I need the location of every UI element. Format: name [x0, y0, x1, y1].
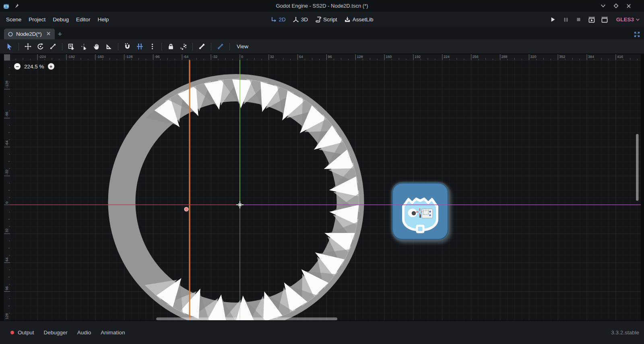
lock-icon[interactable]	[165, 41, 176, 52]
engine-version: 3.3.2.stable	[611, 330, 639, 336]
bottom-tab-audio[interactable]: Audio	[73, 328, 95, 338]
godot-logo-icon	[2, 2, 10, 10]
vertical-ruler: -128-96-64-320326496128	[4, 60, 10, 320]
play-scene-button[interactable]	[587, 15, 596, 24]
zoom-out-button[interactable]: −	[14, 63, 21, 70]
2d-editor-viewport: -224-192-160-128-96-64-32032649612816019…	[0, 54, 644, 321]
svg-text:-32: -32	[5, 169, 9, 175]
window-close-icon[interactable]	[625, 3, 632, 9]
spatial-3d-icon	[293, 16, 299, 23]
svg-text:352: 352	[559, 55, 565, 59]
svg-text:-64: -64	[183, 55, 188, 59]
godot-icon-sprite	[392, 183, 448, 239]
group-icon[interactable]	[178, 41, 189, 52]
bottom-tab-output[interactable]: Output	[17, 328, 38, 338]
zoom-level[interactable]: 224.5 %	[24, 64, 44, 70]
output-error-dot-icon	[10, 331, 14, 334]
node2d-circle-icon	[8, 31, 13, 37]
svg-text:384: 384	[588, 55, 594, 59]
svg-text:288: 288	[502, 55, 508, 59]
snap-options-icon[interactable]	[147, 41, 158, 52]
svg-text:-128: -128	[5, 81, 9, 88]
menu-debug[interactable]: Debug	[49, 14, 72, 25]
bone-icon[interactable]	[196, 41, 207, 52]
window-maximize-diamond-icon[interactable]	[613, 3, 619, 9]
title-bar: Godot Engine - SS2D - Node2D.tscn (*)	[0, 0, 644, 12]
svg-text:160: 160	[386, 55, 392, 59]
ruler-tool-icon[interactable]	[103, 41, 114, 52]
bottom-tab-debugger[interactable]: Debugger	[40, 328, 72, 338]
mode-script-button[interactable]: Script	[312, 14, 340, 25]
scene-tab-label: Node2D(*)	[16, 31, 42, 37]
scene-tab-bar: Node2D(*) +	[0, 27, 644, 39]
origin-gizmo	[236, 201, 244, 208]
window-title: Godot Engine - SS2D - Node2D.tscn (*)	[0, 3, 644, 9]
play-button[interactable]	[549, 15, 557, 24]
stop-button[interactable]	[574, 15, 583, 24]
chevron-down-icon	[636, 17, 640, 22]
scene-tab-node2d[interactable]: Node2D(*)	[4, 29, 55, 39]
svg-text:96: 96	[5, 286, 9, 290]
ruler-corner	[4, 54, 10, 60]
ik-bone-icon[interactable]	[215, 41, 226, 52]
scale-tool-icon[interactable]	[47, 41, 58, 52]
svg-text:-96: -96	[155, 55, 160, 59]
h-scrollbar-thumb	[156, 317, 337, 320]
svg-text:-224: -224	[39, 55, 46, 59]
svg-text:-128: -128	[126, 55, 133, 59]
svg-text:0: 0	[5, 202, 9, 204]
svg-text:256: 256	[473, 55, 479, 59]
svg-text:416: 416	[617, 55, 623, 59]
mode-3d-button[interactable]: 3D	[290, 14, 311, 25]
menu-help[interactable]: Help	[94, 14, 112, 25]
svg-text:128: 128	[5, 313, 9, 319]
asset-download-icon	[345, 16, 351, 23]
svg-text:64: 64	[5, 257, 9, 262]
svg-text:-192: -192	[68, 55, 75, 59]
svg-text:128: 128	[357, 55, 363, 59]
grid-snap-icon[interactable]	[134, 41, 145, 52]
smart-snap-icon[interactable]	[122, 41, 133, 52]
menu-scene[interactable]: Scene	[2, 14, 25, 25]
view-menu[interactable]: View	[233, 43, 252, 49]
svg-text:-64: -64	[5, 140, 9, 146]
shape-point-handle	[184, 207, 188, 211]
mode-2d-button[interactable]: 2D	[268, 14, 289, 25]
canvas-toolbar: View	[0, 39, 644, 54]
mode-assetlib-button[interactable]: AssetLib	[342, 14, 376, 25]
svg-text:32: 32	[5, 229, 9, 233]
move-tool-icon[interactable]	[23, 41, 33, 52]
pause-button[interactable]	[561, 15, 570, 24]
canvas-2d-icon	[271, 16, 277, 23]
svg-text:-32: -32	[212, 55, 217, 59]
svg-text:-160: -160	[97, 55, 104, 59]
horizontal-ruler: -224-192-160-128-96-64-32032649612816019…	[10, 54, 641, 60]
pan-tool-icon[interactable]	[91, 41, 102, 52]
svg-text:320: 320	[530, 55, 536, 59]
zoom-widget: − 224.5 % +	[14, 63, 54, 70]
rotate-tool-icon[interactable]	[35, 41, 46, 52]
pin-icon[interactable]	[14, 3, 19, 8]
v-scrollbar-thumb	[636, 134, 639, 201]
tab-close-icon[interactable]	[46, 31, 51, 37]
godot-editor-window: Godot Engine - SS2D - Node2D.tscn (*) Sc…	[0, 0, 644, 344]
renderer-dropdown[interactable]: GLES3	[616, 16, 640, 23]
script-scroll-icon	[315, 16, 321, 23]
zoom-in-button[interactable]: +	[48, 63, 54, 70]
svg-text:0: 0	[241, 55, 243, 59]
expand-viewport-icon[interactable]	[634, 31, 640, 37]
window-minimize-chevron-icon[interactable]	[600, 3, 606, 9]
add-scene-tab-button[interactable]: +	[55, 29, 65, 39]
menu-editor[interactable]: Editor	[72, 14, 94, 25]
play-custom-scene-button[interactable]	[600, 15, 609, 24]
svg-text:96: 96	[328, 55, 332, 59]
bottom-tab-animation[interactable]: Animation	[97, 328, 129, 338]
select-tool-icon[interactable]	[4, 41, 15, 52]
list-select-tool-icon[interactable]	[66, 41, 77, 52]
menu-project[interactable]: Project	[25, 14, 49, 25]
canvas-2d[interactable]	[10, 60, 641, 320]
svg-text:224: 224	[444, 55, 450, 59]
select-position-tool-icon[interactable]	[78, 41, 89, 52]
renderer-label: GLES3	[616, 16, 634, 23]
svg-text:64: 64	[299, 55, 303, 59]
